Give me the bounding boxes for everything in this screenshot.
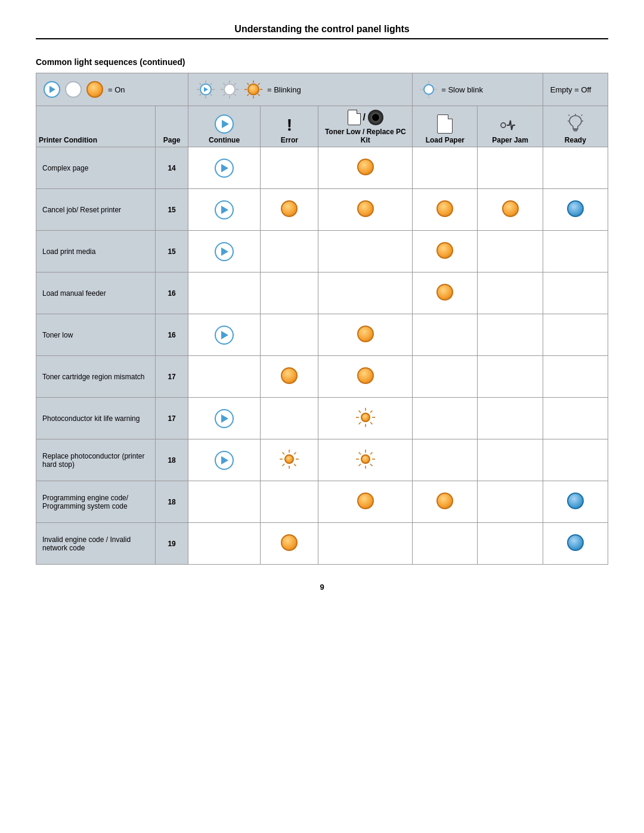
page-cell: 17 bbox=[156, 398, 188, 439]
ready-cell bbox=[543, 189, 608, 231]
page-cell: 15 bbox=[156, 189, 188, 231]
paper-jam-cell bbox=[478, 356, 543, 398]
load-paper-cell bbox=[413, 398, 478, 439]
ready-cell bbox=[543, 272, 608, 314]
error-cell bbox=[261, 356, 318, 398]
svg-line-42 bbox=[370, 411, 373, 413]
toner-cell bbox=[318, 439, 413, 481]
toner-cell bbox=[318, 356, 413, 398]
col-paper-jam: Paper Jam bbox=[478, 106, 543, 147]
ready-cell bbox=[543, 314, 608, 356]
ready-cell bbox=[543, 231, 608, 272]
load-paper-cell bbox=[413, 231, 478, 272]
svg-line-49 bbox=[294, 464, 296, 466]
svg-line-21 bbox=[258, 94, 260, 96]
load-paper-cell bbox=[413, 314, 478, 356]
svg-point-28 bbox=[501, 123, 506, 128]
svg-line-51 bbox=[283, 464, 285, 466]
ready-cell bbox=[543, 147, 608, 189]
control-panel-table: = On bbox=[36, 73, 608, 565]
error-cell bbox=[261, 398, 318, 439]
legend-blink-hollow-icon bbox=[224, 83, 236, 95]
toner-cell bbox=[318, 272, 413, 314]
paper-jam-cell bbox=[478, 272, 543, 314]
continue-cell bbox=[188, 523, 260, 565]
legend-row: = On bbox=[36, 73, 608, 106]
col-page: Page bbox=[156, 106, 188, 147]
svg-line-32 bbox=[568, 115, 569, 116]
svg-line-12 bbox=[223, 83, 225, 85]
table-row: Complex page14 bbox=[36, 147, 608, 189]
error-cell bbox=[261, 272, 318, 314]
ready-cell bbox=[543, 439, 608, 481]
continue-cell bbox=[188, 189, 260, 231]
page-cell: 16 bbox=[156, 272, 188, 314]
svg-line-6 bbox=[210, 83, 212, 85]
col-continue: Continue bbox=[188, 106, 260, 147]
paper-jam-cell bbox=[478, 523, 543, 565]
paper-jam-cell bbox=[478, 314, 543, 356]
ready-cell bbox=[543, 398, 608, 439]
paper-jam-cell bbox=[478, 398, 543, 439]
col-toner: / Toner Low / Replace PC Kit bbox=[318, 106, 413, 147]
legend-on-play-icon bbox=[44, 81, 60, 98]
toner-doc-header-icon bbox=[348, 110, 361, 125]
paper-jam-header-icon bbox=[500, 117, 521, 134]
legend-on-label: = On bbox=[108, 85, 125, 94]
condition-cell: Complex page bbox=[36, 147, 156, 189]
paper-jam-cell bbox=[478, 231, 543, 272]
col-load-paper: Load Paper bbox=[413, 106, 478, 147]
legend-on-hollow-icon bbox=[65, 81, 82, 98]
condition-cell: Replace photoconductor (printer hard sto… bbox=[36, 439, 156, 481]
load-paper-cell bbox=[413, 523, 478, 565]
svg-line-41 bbox=[370, 422, 373, 425]
condition-cell: Toner low bbox=[36, 314, 156, 356]
legend-on-orange-icon bbox=[86, 81, 103, 98]
svg-line-15 bbox=[223, 94, 225, 96]
load-paper-cell bbox=[413, 356, 478, 398]
continue-cell bbox=[188, 356, 260, 398]
table-row: Toner cartridge region mismatch17 bbox=[36, 356, 608, 398]
legend-slow-blink-label: = Slow blink bbox=[441, 85, 483, 94]
legend-blinking-label: = Blinking bbox=[267, 85, 301, 94]
error-header-icon: ! bbox=[287, 117, 292, 134]
toner-cell bbox=[318, 314, 413, 356]
condition-cell: Programming engine code/ Programming sys… bbox=[36, 481, 156, 523]
toner-cell bbox=[318, 523, 413, 565]
column-header-row: Printer Condition Page Continue ! Error bbox=[36, 106, 608, 147]
svg-line-7 bbox=[199, 94, 201, 96]
continue-cell bbox=[188, 231, 260, 272]
svg-line-13 bbox=[234, 94, 236, 96]
ready-header-icon bbox=[566, 113, 584, 134]
col-ready: Ready bbox=[543, 106, 608, 147]
condition-cell: Photoconductor kit life warning bbox=[36, 398, 156, 439]
page-cell: 18 bbox=[156, 439, 188, 481]
toner-cell bbox=[318, 231, 413, 272]
continue-cell bbox=[188, 272, 260, 314]
toner-dots-header-icon bbox=[368, 110, 383, 125]
continue-cell bbox=[188, 481, 260, 523]
continue-header-icon bbox=[215, 114, 234, 134]
svg-line-5 bbox=[210, 94, 212, 96]
table-row: Load manual feeder16 bbox=[36, 272, 608, 314]
svg-line-58 bbox=[370, 453, 373, 455]
ready-cell bbox=[543, 481, 608, 523]
error-cell bbox=[261, 523, 318, 565]
page-cell: 15 bbox=[156, 231, 188, 272]
page-cell: 18 bbox=[156, 481, 188, 523]
svg-line-33 bbox=[581, 115, 583, 116]
svg-line-20 bbox=[247, 83, 249, 85]
section-title: Common light sequences (continued) bbox=[36, 57, 608, 67]
page-footer: 9 bbox=[36, 583, 608, 592]
toner-cell bbox=[318, 481, 413, 523]
table-row: Replace photoconductor (printer hard sto… bbox=[36, 439, 608, 481]
load-paper-cell bbox=[413, 147, 478, 189]
legend-empty-label: Empty = Off bbox=[550, 85, 592, 94]
error-cell bbox=[261, 189, 318, 231]
table-row: Toner low16 bbox=[36, 314, 608, 356]
ready-cell bbox=[543, 523, 608, 565]
ready-cell bbox=[543, 356, 608, 398]
condition-cell: Load print media bbox=[36, 231, 156, 272]
continue-cell bbox=[188, 147, 260, 189]
svg-line-57 bbox=[370, 464, 373, 466]
